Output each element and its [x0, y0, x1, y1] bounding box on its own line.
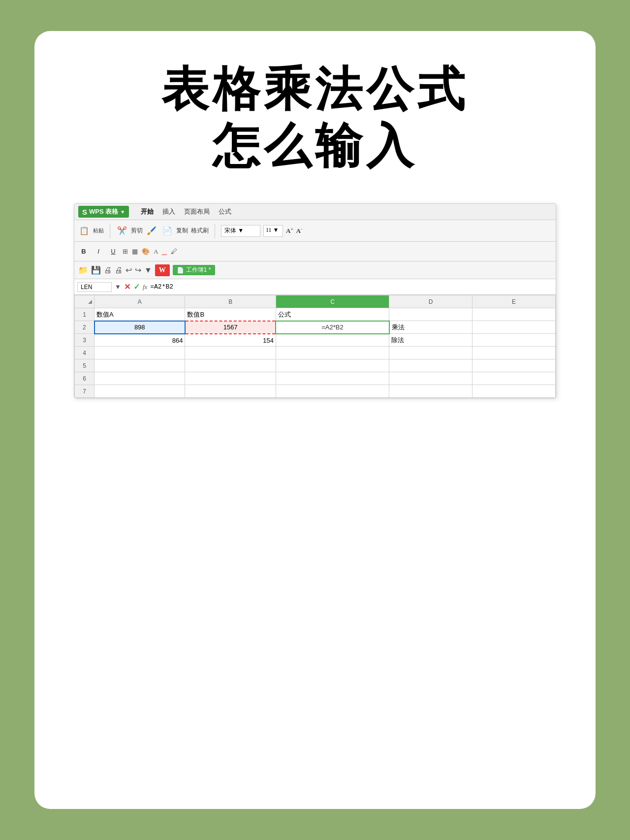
cell-B6[interactable]: [185, 372, 276, 385]
col-header-B[interactable]: B: [185, 295, 276, 308]
font-color-underline: ▁: [162, 248, 167, 256]
column-header-row: A B C D E: [75, 295, 556, 308]
cell-D7[interactable]: [389, 385, 472, 398]
font-size-select[interactable]: 11 ▼: [263, 225, 283, 237]
toolbar-divider2: [215, 224, 215, 238]
copy-group: 📄 复制 格式刷: [161, 225, 209, 237]
cell-A2[interactable]: 898: [94, 321, 185, 334]
cell-C7[interactable]: [276, 385, 389, 398]
cell-D3[interactable]: 除法: [389, 334, 472, 347]
cell-C2[interactable]: =A2*B2: [276, 321, 389, 334]
cell-B7[interactable]: [185, 385, 276, 398]
font-name-select[interactable]: 宋体 ▼: [221, 225, 260, 237]
col-header-E[interactable]: E: [472, 295, 555, 308]
cell-D4[interactable]: [389, 347, 472, 359]
wps-w-icon: W: [155, 264, 170, 276]
formula-cancel-button[interactable]: ✕: [124, 282, 130, 291]
font-size-down[interactable]: A-: [296, 226, 302, 235]
cell-D1[interactable]: [389, 308, 472, 321]
row-header-4: 4: [75, 347, 94, 359]
col-header-A[interactable]: A: [94, 295, 185, 308]
cell-C6[interactable]: [276, 372, 389, 385]
table-row: 2 898 1567 =A2*B2 乘法: [75, 321, 556, 334]
cell-E1[interactable]: [472, 308, 555, 321]
corner-header: [75, 295, 94, 308]
underline-button[interactable]: U: [108, 246, 119, 257]
quick-access-toolbar: 📁 💾 🖨 🖨 ↩ ↪ ▼ W 📄 工作簿1 *: [74, 261, 556, 279]
cell-A3[interactable]: 864: [94, 334, 185, 347]
redo-icon[interactable]: ↪: [135, 265, 141, 275]
cell-D2[interactable]: 乘法: [389, 321, 472, 334]
row-header-1: 1: [75, 308, 94, 321]
wps-logo-dropdown: ▼: [120, 209, 125, 215]
table-row: 3 864 154 除法: [75, 334, 556, 347]
name-box[interactable]: LEN: [77, 282, 112, 292]
cell-B2[interactable]: 1567: [185, 321, 276, 334]
cell-E2[interactable]: [472, 321, 555, 334]
border-icon: ⊞: [123, 248, 128, 256]
main-card: 表格乘法公式 怎么输入 S WPS 表格 ▼ 开始 插入 页面布局 公式 📋 粘…: [34, 31, 596, 809]
spreadsheet-container: S WPS 表格 ▼ 开始 插入 页面布局 公式 📋 粘贴 ✂️ 剪: [74, 203, 556, 398]
bold-button[interactable]: B: [78, 246, 89, 257]
cell-C1[interactable]: 公式: [276, 308, 389, 321]
wps-logo[interactable]: S WPS 表格 ▼: [78, 206, 129, 218]
save-icon[interactable]: 💾: [91, 265, 101, 275]
page-title: 表格乘法公式 怎么输入: [161, 61, 469, 174]
table-row: 4: [75, 347, 556, 359]
cell-E3[interactable]: [472, 334, 555, 347]
clipboard-group: 📋 粘贴: [78, 225, 104, 237]
menu-bar: S WPS 表格 ▼ 开始 插入 页面布局 公式: [74, 204, 556, 220]
cell-C3[interactable]: [276, 334, 389, 347]
menu-formula[interactable]: 公式: [219, 207, 231, 216]
font-size-up[interactable]: A+: [286, 226, 293, 235]
cell-D6[interactable]: [389, 372, 472, 385]
cell-E7[interactable]: [472, 385, 555, 398]
cell-B3[interactable]: 154: [185, 334, 276, 347]
cell-A5[interactable]: [94, 359, 185, 372]
workbook-tab[interactable]: 📄 工作簿1 *: [173, 265, 215, 275]
undo-icon[interactable]: ↩: [126, 265, 132, 275]
print-icon[interactable]: 🖨: [115, 266, 123, 275]
cell-A7[interactable]: [94, 385, 185, 398]
menu-start[interactable]: 开始: [141, 207, 154, 216]
menu-layout[interactable]: 页面布局: [184, 207, 210, 216]
folder-icon[interactable]: 📁: [78, 265, 88, 275]
menu-insert[interactable]: 插入: [162, 207, 175, 216]
cell-C5[interactable]: [276, 359, 389, 372]
cell-A4[interactable]: [94, 347, 185, 359]
cut-label[interactable]: 剪切: [131, 226, 143, 235]
cell-E4[interactable]: [472, 347, 555, 359]
row-header-6: 6: [75, 372, 94, 385]
spreadsheet-grid: A B C D E 1 数值A 数值B 公式: [74, 295, 556, 398]
menu-items: 开始 插入 页面布局 公式: [141, 207, 231, 216]
cell-E5[interactable]: [472, 359, 555, 372]
toolbar-divider1: [110, 224, 110, 238]
format-label[interactable]: 格式刷: [191, 226, 209, 235]
formula-input[interactable]: =A2*B2: [150, 283, 553, 291]
cell-E6[interactable]: [472, 372, 555, 385]
cell-B4[interactable]: [185, 347, 276, 359]
formula-confirm-button[interactable]: ✓: [133, 282, 140, 291]
cell-B1[interactable]: 数值B: [185, 308, 276, 321]
copy-label[interactable]: 复制: [176, 226, 188, 235]
italic-button[interactable]: I: [93, 246, 104, 257]
col-header-D[interactable]: D: [389, 295, 472, 308]
col-header-C[interactable]: C: [276, 295, 389, 308]
paste-label[interactable]: 粘贴: [93, 227, 104, 234]
table-row: 6: [75, 372, 556, 385]
copy-icon: 📄: [161, 225, 173, 237]
cell-C4[interactable]: [276, 347, 389, 359]
dropdown-arrow-icon[interactable]: ▼: [144, 266, 152, 275]
cell-A1[interactable]: 数值A: [94, 308, 185, 321]
cell-D5[interactable]: [389, 359, 472, 372]
name-box-dropdown[interactable]: ▼: [115, 283, 121, 291]
table-row: 5: [75, 359, 556, 372]
print-preview-icon[interactable]: 🖨: [104, 266, 112, 275]
row-header-5: 5: [75, 359, 94, 372]
font-bg-icon: 🖊: [171, 248, 177, 256]
cell-B5[interactable]: [185, 359, 276, 372]
grid-container: A B C D E 1 数值A 数值B 公式: [74, 295, 556, 398]
cell-A6[interactable]: [94, 372, 185, 385]
font-color-icon: A: [154, 248, 158, 256]
formula-bar: LEN ▼ ✕ ✓ fx =A2*B2: [74, 279, 556, 295]
